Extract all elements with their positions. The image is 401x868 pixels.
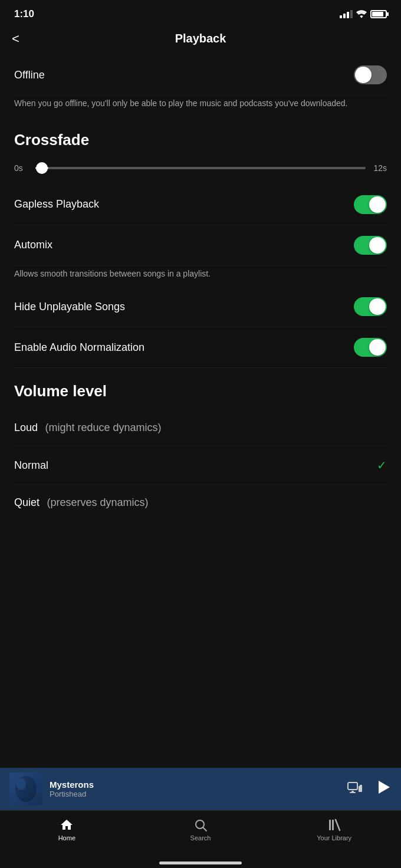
battery-icon — [370, 10, 387, 18]
volume-loud-label: Loud — [14, 422, 38, 433]
audio-normalization-row: Enable Audio Normalization — [14, 327, 387, 368]
svg-rect-4 — [348, 782, 357, 790]
automix-label: Automix — [14, 239, 52, 251]
volume-normal-option[interactable]: Normal ✓ — [14, 446, 387, 485]
bottom-nav: Home Search Your Library — [0, 810, 401, 868]
nav-search-label: Search — [190, 834, 211, 841]
device-connect-icon[interactable] — [347, 781, 363, 797]
home-indicator — [159, 862, 242, 864]
svg-marker-9 — [379, 781, 390, 794]
svg-rect-12 — [329, 820, 331, 830]
now-playing-thumbnail — [9, 772, 42, 805]
status-bar: 1:10 — [0, 0, 401, 26]
album-art-svg — [9, 772, 42, 805]
automix-toggle[interactable] — [354, 236, 387, 255]
home-icon — [60, 818, 74, 832]
audio-normalization-label: Enable Audio Normalization — [14, 341, 144, 354]
volume-quiet-option[interactable]: Quiet (preserves dynamics) — [14, 485, 387, 521]
hide-unplayable-label: Hide Unplayable Songs — [14, 301, 125, 313]
page-header: < Playback — [0, 26, 401, 55]
hide-unplayable-row: Hide Unplayable Songs — [14, 287, 387, 327]
volume-quiet-label: Quiet — [14, 497, 40, 508]
hide-unplayable-toggle[interactable] — [354, 297, 387, 316]
offline-description: When you go offline, you'll only be able… — [14, 96, 387, 117]
offline-toggle[interactable] — [354, 65, 387, 84]
album-art — [9, 772, 42, 805]
automix-description: Allows smooth transitions between songs … — [14, 266, 387, 287]
gapless-playback-label: Gapless Playback — [14, 198, 99, 211]
volume-loud-option[interactable]: Loud (might reduce dynamics) — [14, 410, 387, 446]
play-button[interactable] — [375, 779, 392, 800]
volume-quiet-sub: (preserves dynamics) — [47, 497, 148, 508]
signal-icon — [340, 10, 353, 18]
slider-min-label: 0s — [14, 163, 28, 173]
wifi-icon — [356, 10, 367, 18]
gapless-playback-toggle[interactable] — [354, 195, 387, 214]
main-content: Offline When you go offline, you'll only… — [0, 55, 401, 627]
status-icons — [340, 10, 387, 18]
crossfade-slider-container: 0s 12s — [14, 159, 387, 185]
nav-home-label: Home — [58, 834, 75, 841]
slider-max-label: 12s — [373, 163, 387, 173]
page-title: Playback — [175, 32, 226, 45]
nav-library-label: Your Library — [317, 834, 351, 841]
now-playing-artist: Portishead — [50, 790, 340, 798]
svg-line-11 — [203, 828, 207, 831]
svg-rect-3 — [9, 772, 42, 805]
status-time: 1:10 — [14, 8, 34, 20]
nav-library[interactable]: Your Library — [267, 818, 401, 841]
now-playing-bar[interactable]: Mysterons Portishead — [0, 768, 401, 810]
nav-home[interactable]: Home — [0, 818, 134, 841]
crossfade-slider[interactable] — [35, 167, 366, 169]
search-icon — [193, 818, 208, 832]
volume-selected-checkmark: ✓ — [377, 458, 387, 472]
volume-normal-label: Normal — [14, 459, 48, 471]
svg-rect-6 — [350, 792, 356, 793]
automix-row: Automix — [14, 225, 387, 266]
svg-rect-8 — [360, 785, 362, 786]
now-playing-info: Mysterons Portishead — [50, 780, 340, 798]
volume-loud-sub: (might reduce dynamics) — [45, 422, 162, 433]
audio-normalization-toggle[interactable] — [354, 338, 387, 357]
now-playing-title: Mysterons — [50, 780, 340, 790]
now-playing-controls — [347, 779, 392, 800]
gapless-playback-row: Gapless Playback — [14, 185, 387, 225]
svg-rect-7 — [359, 786, 362, 792]
offline-row: Offline — [14, 55, 387, 96]
offline-label: Offline — [14, 69, 45, 81]
library-icon — [327, 818, 341, 832]
nav-search[interactable]: Search — [134, 818, 268, 841]
crossfade-heading: Crossfade — [14, 117, 387, 159]
back-button[interactable]: < — [12, 31, 19, 47]
volume-level-heading: Volume level — [14, 368, 387, 410]
svg-rect-13 — [332, 820, 334, 830]
